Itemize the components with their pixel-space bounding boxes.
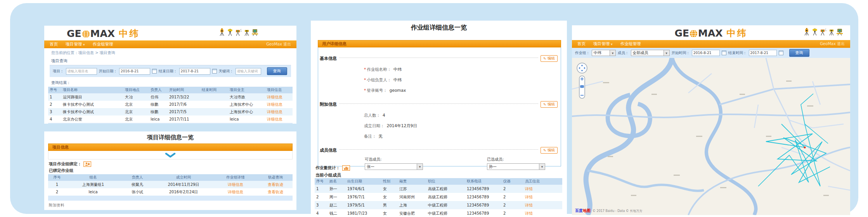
end-date-input[interactable] <box>179 68 210 75</box>
nav-item-project-management[interactable]: 项目管理▼ <box>66 42 85 47</box>
query-button[interactable]: 查询 <box>267 67 287 75</box>
workgroup-detail-window: 作业组详细信息一览 用户详细信息 基本信息 ✎编辑 *作业组名称：中纬 *小组负… <box>311 21 567 217</box>
section-title: 附加信息 <box>320 102 337 107</box>
table-cell: 北京办公室 <box>61 116 123 123</box>
chevron-down-icon: ▼ <box>83 43 85 46</box>
gps-rover-icon <box>820 28 827 36</box>
group-select[interactable]: 中纬 ▼ <box>592 50 616 56</box>
table-cell: 2 <box>48 101 61 108</box>
user-detail-accordion[interactable]: 用户详细信息 <box>318 40 561 47</box>
calendar-icon[interactable] <box>779 51 783 55</box>
section-extra-info: 附加信息 ✎编辑 <box>320 101 558 108</box>
table-link[interactable]: 详情 <box>525 203 533 207</box>
table-link[interactable]: 详细信息 <box>228 190 243 194</box>
section-label-project-query: 项目查询 <box>50 58 291 65</box>
table-link[interactable]: 查看轨迹 <box>268 190 283 194</box>
total-station-icon <box>219 28 225 36</box>
available-members-select[interactable]: 张一 ▼ <box>365 163 423 170</box>
table-cell: 2016年2月24日 <box>154 188 213 196</box>
column-header: 籍贯 <box>398 178 426 185</box>
member-select[interactable]: 全部成员 ▼ <box>631 50 670 56</box>
logout-link[interactable]: GeoMax 退出 <box>266 42 291 47</box>
table-row: 3赵二1979/5/1男上海中级工程师1234567892详情 <box>315 201 562 209</box>
project-name-label: 项目： <box>53 69 64 74</box>
table-cell <box>200 108 228 116</box>
column-header: 成立时间 <box>154 174 213 181</box>
table-cell: 北京 <box>123 101 149 108</box>
field-account: *登录账号：geomax <box>318 88 561 93</box>
table-cell: 2017/7/5 <box>168 108 200 116</box>
scanner-icon <box>836 28 843 36</box>
edit-extra-button[interactable]: ✎编辑 <box>541 101 558 108</box>
table-link[interactable]: 详细信息 <box>228 182 243 187</box>
workload-stats-button[interactable] <box>342 165 350 171</box>
table-link[interactable]: 查看轨迹 <box>268 182 283 187</box>
workload-label: 作业量统计： <box>315 165 340 171</box>
table-cell: 赵二 <box>328 201 346 209</box>
collapse-row <box>48 151 293 159</box>
column-header: 项目地点 <box>123 87 149 93</box>
start-date-label: 开始时间： <box>672 51 690 56</box>
column-header: 项目业主 <box>228 87 265 93</box>
edit-basic-button[interactable]: ✎编辑 <box>541 55 558 62</box>
nav-item-project-management[interactable]: 项目管理▼ <box>593 41 613 47</box>
table-row: 3徕卡技术中心测试北京徐鹏2017/7/5上海技术中心详细信息 <box>48 108 293 116</box>
table-link[interactable]: 详情 <box>525 187 533 191</box>
nav-item-home[interactable]: 首页 <box>50 42 58 47</box>
calendar-icon[interactable] <box>212 69 217 74</box>
table-cell <box>200 116 228 123</box>
chevron-down-icon: ▼ <box>417 164 423 170</box>
calendar-icon[interactable] <box>152 69 157 74</box>
table-cell <box>200 101 228 108</box>
keyword-label: 关键词： <box>219 69 234 74</box>
table-link[interactable]: 详细信息 <box>267 95 282 99</box>
query-button[interactable]: 查询 <box>789 49 809 57</box>
workload-stats-row: 作业量统计： <box>315 165 350 171</box>
project-name-input[interactable] <box>66 68 97 75</box>
table-link[interactable]: 详细信息 <box>267 117 282 121</box>
start-date-input[interactable] <box>692 50 720 56</box>
table-header-row: 序号姓名出生日期性别籍贯职位联系电话仪器员工信息 <box>315 178 562 185</box>
river-branch <box>672 58 756 215</box>
chevron-down-icon[interactable] <box>165 153 176 158</box>
selected-members-group: 已选成员: 孙一 ▼ <box>487 157 545 170</box>
track-map-window: GE MAX 中纬 首页 项目管理▼ <box>572 25 850 215</box>
table-link[interactable]: 详细信息 <box>267 102 282 107</box>
map-canvas[interactable]: 百度地图 © 2017 Baidu - Data © 长地万方 <box>572 58 850 215</box>
start-date-input[interactable] <box>119 68 150 75</box>
project-info-accordion[interactable]: 项目信息 <box>48 144 293 151</box>
geomax-logo: GE MAX 中纬 <box>67 28 140 40</box>
end-date-input[interactable] <box>749 50 777 56</box>
nav-item-workgroup-management[interactable]: 作业组管理 <box>620 41 641 47</box>
divider <box>339 103 538 104</box>
bind-workgroup-button[interactable] <box>83 161 91 167</box>
calendar-icon[interactable] <box>722 51 726 55</box>
table-row: 2周一1976/7/1女河南郑州高级工程师1234567892详情 <box>315 193 562 201</box>
instrument-icons <box>804 28 843 36</box>
chevron-down-icon: ▼ <box>539 164 545 170</box>
column-header: 出生日期 <box>346 178 381 185</box>
nav-item-home[interactable]: 首页 <box>577 41 586 47</box>
edit-members-button[interactable]: ✎编辑 <box>541 147 558 154</box>
level-instrument-icon <box>829 28 834 36</box>
table-cell: 2 <box>315 193 328 201</box>
map-attribution: 百度地图 © 2017 Baidu - Data © 长地万方 <box>575 208 642 214</box>
bound-groups-table: 序号组名负责人成立时间作业组详情轨迹查询1上海测量组1侯聚凡2014年11月29… <box>48 174 293 196</box>
logout-link[interactable]: GeoMax 退出 <box>820 41 845 47</box>
table-cell: 北京 <box>123 108 149 116</box>
table-cell: 1976/7/1 <box>346 193 381 201</box>
keyword-input[interactable] <box>236 68 261 75</box>
map-pan-zoom-control[interactable] <box>577 63 587 98</box>
page-title: 作业组详细信息一览 <box>311 21 567 32</box>
column-header: 序号 <box>315 178 328 185</box>
table-link[interactable]: 详细信息 <box>267 110 282 114</box>
selected-members-select[interactable]: 孙一 ▼ <box>487 163 545 170</box>
table-link[interactable]: 详情 <box>525 195 533 199</box>
table-link[interactable]: 详情 <box>525 211 533 215</box>
table-cell: 女 <box>381 185 398 193</box>
nav-item-workgroup-management[interactable]: 作业组管理 <box>93 42 113 47</box>
table-cell: 2 <box>502 201 523 209</box>
field-group-name: *作业组名称：中纬 <box>318 67 561 72</box>
table-cell: 1981/7/23 <box>346 209 381 217</box>
column-header: 负责人 <box>149 87 168 93</box>
